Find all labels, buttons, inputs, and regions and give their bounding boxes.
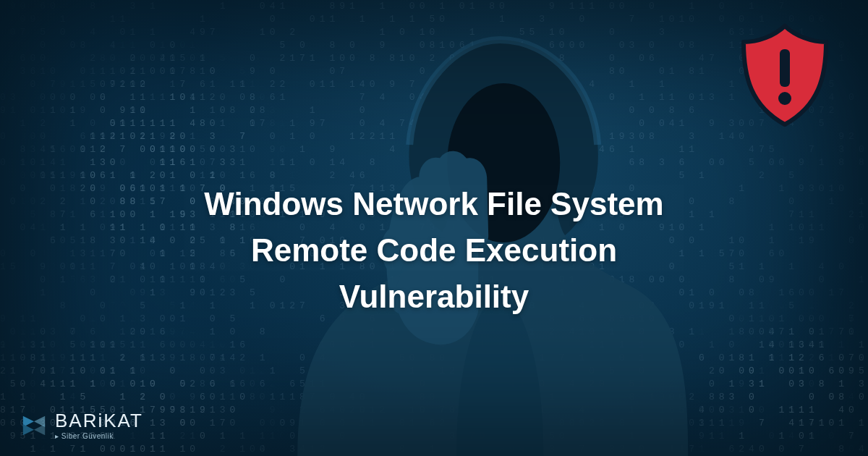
brand-logo: BARiKAT ▸ Siber Güvenlik [20, 411, 143, 440]
headline-line-2: Remote Code Execution [80, 227, 788, 274]
headline-line-3: Vulnerability [80, 274, 788, 320]
svg-marker-6 [34, 424, 45, 435]
logo-tagline: ▸ Siber Güvenlik [55, 433, 143, 440]
svg-rect-1 [780, 49, 790, 87]
svg-marker-4 [23, 424, 34, 435]
headline: Windows Network File System Remote Code … [0, 181, 868, 319]
shield-alert-icon [731, 20, 839, 129]
headline-line-1: Windows Network File System [80, 181, 788, 227]
logo-name: BARiKAT [55, 411, 143, 430]
logo-mark-icon [20, 412, 48, 439]
svg-point-2 [778, 92, 791, 105]
